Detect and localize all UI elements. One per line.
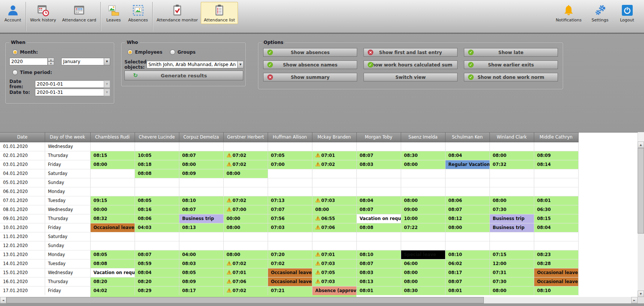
attendance-cell[interactable]: [356, 187, 401, 196]
attendance-cell[interactable]: 08:07: [445, 277, 489, 286]
attendance-cell[interactable]: 08:13: [179, 223, 223, 232]
attendance-cell[interactable]: [179, 187, 223, 196]
attendance-cell[interactable]: 08:00: [401, 196, 445, 205]
attendance-cell[interactable]: 00:00: [223, 214, 268, 223]
attendance-cell[interactable]: [268, 178, 312, 187]
attendance-cell[interactable]: [489, 142, 534, 151]
attendance-cell[interactable]: 08:59: [135, 259, 179, 268]
attendance-cell[interactable]: [356, 178, 401, 187]
attendance-cell[interactable]: 08:23: [534, 250, 578, 259]
horizontal-scrollbar[interactable]: ◄ ►: [0, 297, 638, 303]
attendance-cell[interactable]: 08:30: [401, 286, 445, 295]
option-button[interactable]: ✓Show earlier exits: [464, 60, 558, 69]
attendance-cell[interactable]: 12:00: [489, 259, 534, 268]
attendance-cell[interactable]: 08:05: [179, 268, 223, 277]
attendance-cell[interactable]: 07:02: [268, 259, 312, 268]
attendance-cell[interactable]: [90, 142, 135, 151]
attendance-cell[interactable]: [445, 178, 489, 187]
attendance-cell[interactable]: Business trip: [179, 214, 223, 223]
attendance-cell[interactable]: [489, 169, 534, 178]
attendance-cell[interactable]: 07:02: [223, 286, 268, 295]
column-header[interactable]: Middle Cathryn: [534, 133, 578, 142]
attendance-cell[interactable]: 07:03: [312, 259, 356, 268]
attendance-cell[interactable]: 08:08: [135, 169, 179, 178]
attendance-cell[interactable]: 06:00: [401, 259, 445, 268]
attendance-cell[interactable]: Regular Vacation: [445, 160, 489, 169]
column-header[interactable]: Chevere Lucinde: [135, 133, 179, 142]
attendance-cell[interactable]: 08:00: [489, 286, 534, 295]
date-from-input[interactable]: 2020-01-01: [35, 80, 104, 88]
attendance-cell[interactable]: 08:07: [179, 151, 223, 160]
generate-results-button[interactable]: ↻ Generate results: [124, 71, 243, 80]
attendance-cell[interactable]: 08:07: [445, 205, 489, 214]
attendance-cell[interactable]: [223, 142, 268, 151]
attendance-cell[interactable]: [223, 232, 268, 241]
column-header[interactable]: Morgan Toby: [356, 133, 401, 142]
attendance-cell[interactable]: [268, 169, 312, 178]
attendance-cell[interactable]: [534, 169, 578, 178]
attendance-cell[interactable]: 08:03: [179, 259, 223, 268]
attendance-cell[interactable]: 08:03: [356, 268, 401, 277]
toolbar-button-notifications[interactable]: Notifications: [553, 2, 585, 24]
attendance-cell[interactable]: 07:03: [268, 223, 312, 232]
attendance-cell[interactable]: [356, 169, 401, 178]
attendance-cell[interactable]: 08:00: [223, 250, 268, 259]
toolbar-button-attendance-card[interactable]: Attendance card: [59, 2, 99, 24]
column-header[interactable]: Schulman Ken: [445, 133, 489, 142]
month-dropdown-arrow[interactable]: ▼: [104, 58, 110, 65]
date-from-dropdown-arrow[interactable]: ▼: [104, 80, 110, 88]
attendance-cell[interactable]: 08:04: [135, 268, 179, 277]
attendance-cell[interactable]: Business trip: [489, 223, 534, 232]
attendance-cell[interactable]: [312, 169, 356, 178]
vertical-scrollbar[interactable]: ▲ ▼: [638, 142, 644, 297]
attendance-cell[interactable]: 08:07: [135, 250, 179, 259]
attendance-cell[interactable]: 00:00: [90, 205, 135, 214]
attendance-cell[interactable]: [445, 169, 489, 178]
column-header[interactable]: Winland Clark: [489, 133, 534, 142]
attendance-cell[interactable]: [489, 187, 534, 196]
column-header[interactable]: Day of the week: [45, 133, 90, 142]
year-spinner-down[interactable]: ▼: [48, 62, 54, 65]
attendance-cell[interactable]: 08:00: [489, 196, 534, 205]
attendance-cell[interactable]: [534, 187, 578, 196]
attendance-cell[interactable]: 07:01: [312, 250, 356, 259]
attendance-cell[interactable]: 08:03: [356, 160, 401, 169]
attendance-cell[interactable]: 08:15: [90, 151, 135, 160]
scroll-up-arrow[interactable]: ▲: [638, 142, 644, 148]
attendance-cell[interactable]: 07:02: [223, 259, 268, 268]
attendance-cell[interactable]: [268, 187, 312, 196]
attendance-cell[interactable]: [90, 241, 135, 250]
attendance-cell[interactable]: [179, 241, 223, 250]
attendance-cell[interactable]: [90, 169, 135, 178]
attendance-cell[interactable]: [223, 178, 268, 187]
attendance-cell[interactable]: 07:06: [223, 277, 268, 286]
attendance-cell[interactable]: [401, 178, 445, 187]
column-header[interactable]: Saenz Imelda: [401, 133, 445, 142]
attendance-cell[interactable]: 08:10: [445, 250, 489, 259]
attendance-cell[interactable]: 08:00: [223, 223, 268, 232]
attendance-cell[interactable]: 08:00: [90, 160, 135, 169]
attendance-cell[interactable]: 08:15: [534, 214, 578, 223]
attendance-cell[interactable]: [445, 142, 489, 151]
attendance-cell[interactable]: Occasional leave - fam: [268, 268, 312, 277]
toolbar-button-attendance-monitor[interactable]: Attendance monitor: [154, 2, 201, 24]
attendance-cell[interactable]: 08:00: [401, 277, 445, 286]
attendance-cell[interactable]: 07:13: [268, 196, 312, 205]
attendance-cell[interactable]: 08:00: [223, 169, 268, 178]
toolbar-button-account[interactable]: Account: [1, 2, 24, 24]
option-button[interactable]: ×Show first and last entry: [364, 48, 458, 57]
attendance-cell[interactable]: 08:01: [534, 196, 578, 205]
attendance-cell[interactable]: 08:29: [135, 286, 179, 295]
attendance-cell[interactable]: [356, 241, 401, 250]
attendance-cell[interactable]: 08:04: [356, 196, 401, 205]
attendance-cell[interactable]: Vacation on request: [356, 214, 401, 223]
option-button[interactable]: ✓Show late: [464, 48, 558, 57]
attendance-cell[interactable]: 07:02: [223, 151, 268, 160]
toolbar-button-work-history[interactable]: Work history: [27, 2, 59, 24]
attendance-cell[interactable]: 08:01: [445, 286, 489, 295]
attendance-cell[interactable]: 08:07: [356, 205, 401, 214]
attendance-cell[interactable]: 08:32: [90, 214, 135, 223]
attendance-cell[interactable]: 07:00: [268, 160, 312, 169]
option-button[interactable]: ✓Show not done work norm: [464, 73, 558, 81]
attendance-cell[interactable]: [268, 241, 312, 250]
